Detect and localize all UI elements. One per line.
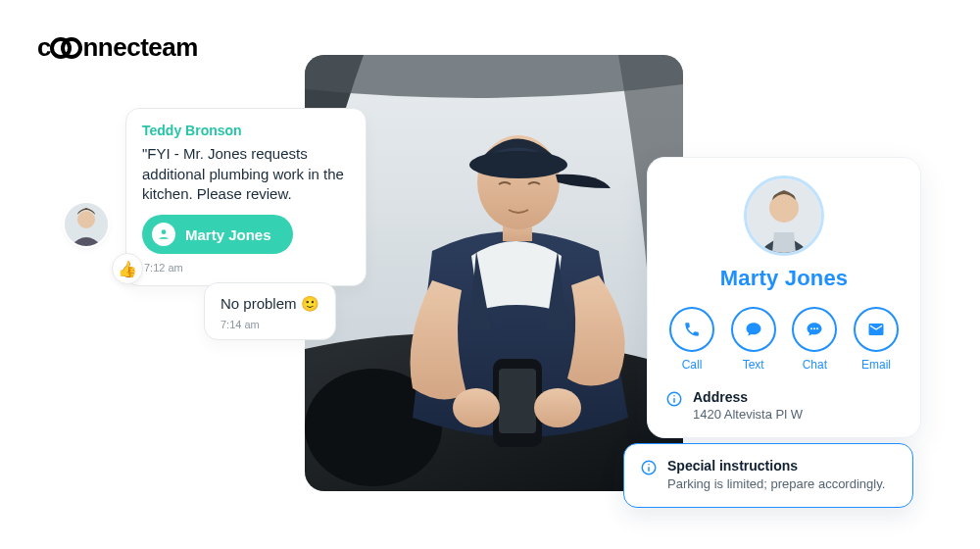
chat-reply-text: No problem 🙂 [220, 294, 319, 315]
envelope-icon [854, 307, 899, 352]
svg-point-16 [816, 327, 818, 329]
callout-title: Special instructions [667, 458, 885, 474]
address-value: 1420 Altevista Pl W [693, 407, 803, 422]
phone-icon [669, 307, 714, 352]
text-label: Text [743, 358, 764, 372]
call-button[interactable]: Call [665, 307, 718, 372]
chat-message-text: "FYI - Mr. Jones requests additional plu… [142, 144, 350, 205]
call-label: Call [682, 358, 703, 372]
speech-bubble-icon [731, 307, 776, 352]
text-button[interactable]: Text [727, 307, 780, 372]
svg-point-11 [162, 229, 167, 234]
svg-point-15 [813, 327, 815, 329]
chat-dots-icon [792, 307, 837, 352]
callout-body: Parking is limited; prepare accordingly. [667, 475, 885, 493]
svg-point-10 [77, 211, 95, 228]
contact-name: Marty Jones [720, 266, 849, 291]
special-instructions-callout: Special instructions Parking is limited;… [623, 443, 913, 508]
chat-label: Chat [803, 358, 827, 372]
svg-point-14 [810, 327, 812, 329]
info-icon [640, 459, 658, 476]
contact-actions: Call Text Chat Email [665, 307, 903, 372]
person-icon [152, 223, 175, 246]
chat-button[interactable]: Chat [788, 307, 841, 372]
address-label: Address [693, 389, 803, 405]
email-label: Email [861, 358, 891, 372]
brand-logo: cnnecteam [37, 32, 198, 63]
svg-point-22 [648, 464, 650, 466]
svg-point-5 [534, 388, 581, 427]
contact-chip[interactable]: Marty Jones [142, 215, 293, 254]
svg-point-4 [453, 388, 500, 427]
chat-timestamp: 7:12 am [142, 262, 350, 274]
email-button[interactable]: Email [850, 307, 903, 372]
contact-avatar [744, 175, 824, 256]
chat-reply-timestamp: 7:14 am [220, 319, 319, 330]
chat-bubble-reply: No problem 🙂 7:14 am [204, 282, 336, 340]
address-row: Address 1420 Altevista Pl W [665, 389, 903, 422]
svg-point-19 [673, 395, 675, 397]
reaction-thumbs-up[interactable]: 👍 [112, 253, 143, 284]
chat-bubble-incoming: Teddy Bronson "FYI - Mr. Jones requests … [125, 108, 367, 286]
chat-sender-name: Teddy Bronson [142, 123, 350, 138]
sender-avatar [65, 203, 108, 246]
chat-thread: Teddy Bronson "FYI - Mr. Jones requests … [125, 108, 367, 286]
svg-rect-3 [499, 369, 536, 433]
info-icon [665, 390, 683, 408]
svg-point-8 [469, 151, 567, 178]
contact-chip-label: Marty Jones [185, 226, 271, 243]
contact-card: Marty Jones Call Text Chat [647, 157, 921, 438]
